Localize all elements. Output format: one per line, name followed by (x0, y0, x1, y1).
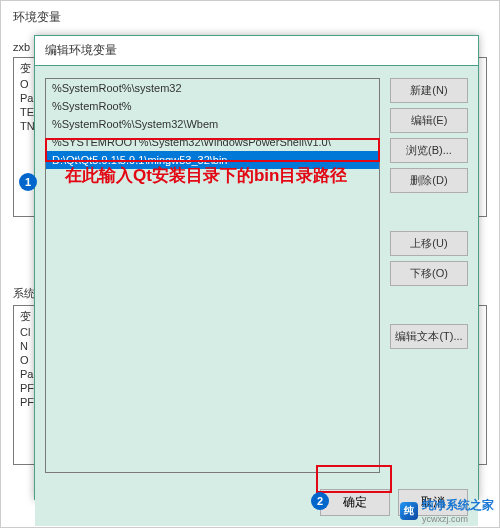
path-list[interactable]: %SystemRoot%\system32 %SystemRoot% %Syst… (45, 78, 380, 473)
gap (390, 291, 468, 319)
edit-button[interactable]: 编辑(E) (390, 108, 468, 133)
step-badge-1: 1 (19, 173, 37, 191)
step-badge-2: 2 (311, 492, 329, 510)
delete-button[interactable]: 删除(D) (390, 168, 468, 193)
gap (390, 198, 468, 226)
edit-text-button[interactable]: 编辑文本(T)... (390, 324, 468, 349)
dialog-body: %SystemRoot%\system32 %SystemRoot% %Syst… (35, 66, 478, 483)
dialog-title: 编辑环境变量 (35, 36, 478, 66)
list-item[interactable]: %SystemRoot%\system32 (46, 79, 379, 97)
browse-button[interactable]: 浏览(B)... (390, 138, 468, 163)
list-item[interactable]: %SYSTEMROOT%\System32\WindowsPowerShell\… (46, 133, 379, 151)
watermark-title: 纯净系统之家 (422, 497, 494, 514)
list-item[interactable]: %SystemRoot%\System32\Wbem (46, 115, 379, 133)
dialog-buttons-column: 新建(N) 编辑(E) 浏览(B)... 删除(D) 上移(U) 下移(O) 编… (390, 78, 468, 473)
move-down-button[interactable]: 下移(O) (390, 261, 468, 286)
bg-window-title: 环境变量 (1, 1, 499, 34)
annotation-text: 在此输入Qt安装目录下的bin目录路径 (65, 164, 347, 187)
watermark: 纯 纯净系统之家 ycwxzj.com (400, 497, 494, 524)
ok-button[interactable]: 确定 (320, 489, 390, 516)
watermark-sub: ycwxzj.com (422, 514, 494, 524)
move-up-button[interactable]: 上移(U) (390, 231, 468, 256)
watermark-icon: 纯 (400, 502, 418, 520)
list-item[interactable]: %SystemRoot% (46, 97, 379, 115)
edit-env-dialog: 编辑环境变量 %SystemRoot%\system32 %SystemRoot… (34, 35, 479, 500)
new-button[interactable]: 新建(N) (390, 78, 468, 103)
